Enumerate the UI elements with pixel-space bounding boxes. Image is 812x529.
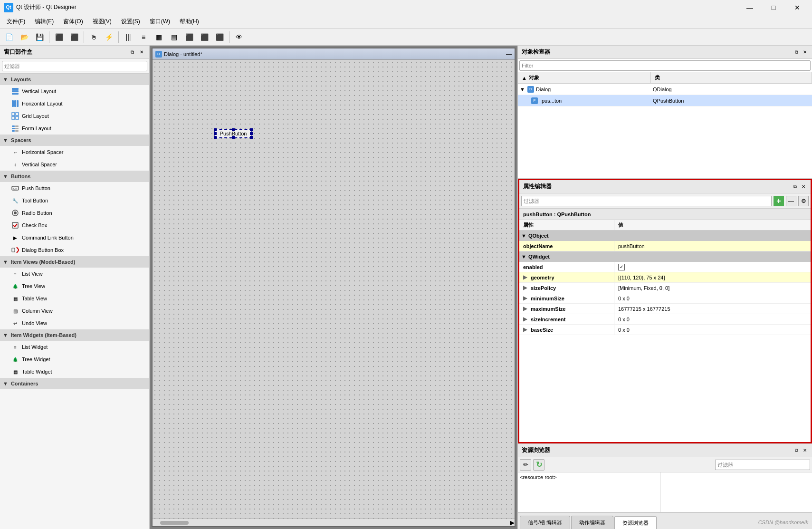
widget-list-widget[interactable]: ≡ List Widget <box>0 341 149 353</box>
resource-browser-float[interactable]: ⧉ <box>793 447 800 454</box>
property-editor-float[interactable]: ⧉ <box>792 183 798 190</box>
widget-check-box[interactable]: Check Box <box>0 219 149 231</box>
minimumsize-expand[interactable]: ▶ <box>523 295 529 301</box>
tab-action-editor[interactable]: 动作编辑器 <box>571 516 613 529</box>
designer-scroll-right[interactable]: ▶ <box>510 519 515 526</box>
widget-grid-layout[interactable]: Grid Layout <box>0 110 149 122</box>
tree-row-dialog[interactable]: ▼ D Dialog QDialog <box>518 84 812 95</box>
toolbar-undo[interactable]: ⬛ <box>52 30 66 44</box>
widget-box-float[interactable]: ⧉ <box>128 48 136 56</box>
widget-table-widget[interactable]: ▦ Table Widget <box>0 365 149 378</box>
toolbar-layout-h[interactable]: ||| <box>121 30 135 44</box>
widget-push-button[interactable]: OK Push Button <box>0 182 149 194</box>
category-containers[interactable]: ▼ Containers <box>0 378 149 389</box>
minimize-button[interactable]: — <box>739 0 761 15</box>
widget-box-filter-input[interactable] <box>2 61 147 71</box>
prop-row-geometry[interactable]: ▶ geometry [(110, 120), 75 x 24] <box>519 272 811 283</box>
designer-scrollbar-thumb[interactable] <box>160 521 189 525</box>
prop-row-sizeincrement[interactable]: ▶ sizeIncrement 0 x 0 <box>519 314 811 325</box>
menu-form[interactable]: 窗体(O) <box>58 16 87 28</box>
toolbar-widget-mode[interactable]: 🖱 <box>86 30 101 44</box>
category-buttons[interactable]: ▼ Buttons <box>0 171 149 182</box>
property-editor-close[interactable]: ✕ <box>800 183 807 190</box>
resize-handle-bl[interactable] <box>214 136 217 139</box>
widget-dialog-button-box[interactable]: Dialog Button Box <box>0 244 149 256</box>
resize-handle-tl[interactable] <box>214 128 217 131</box>
prop-row-enabled[interactable]: enabled ✓ <box>519 262 811 272</box>
enabled-checkbox[interactable]: ✓ <box>618 264 625 270</box>
toolbar-signal-mode[interactable]: ⚡ <box>102 30 116 44</box>
resize-handle-ml[interactable] <box>214 132 217 135</box>
widget-horizontal-layout[interactable]: Horizontal Layout <box>0 97 149 110</box>
widget-table-view[interactable]: ▦ Table View <box>0 292 149 305</box>
menu-edit[interactable]: 编辑(E) <box>30 16 58 28</box>
push-button-on-canvas[interactable]: PushButton <box>214 129 252 138</box>
widget-horizontal-spacer[interactable]: ↔ Horizontal Spacer <box>0 146 149 158</box>
resize-handle-mr[interactable] <box>250 132 253 135</box>
widget-tree-view[interactable]: 🌲 Tree View <box>0 280 149 292</box>
menu-settings[interactable]: 设置(S) <box>116 16 145 28</box>
toolbar-new[interactable]: 📄 <box>2 30 16 44</box>
prop-val-objectname[interactable]: pushButton <box>614 241 811 251</box>
sizepolicy-expand[interactable]: ▶ <box>523 285 529 291</box>
prop-val-enabled[interactable]: ✓ <box>614 262 811 272</box>
prop-add-btn[interactable]: + <box>774 196 784 206</box>
widget-undo-view[interactable]: ↩ Undo View <box>0 317 149 329</box>
prop-row-objectname[interactable]: objectName pushButton <box>519 241 811 251</box>
toolbar-open[interactable]: 📂 <box>17 30 31 44</box>
widget-tree-widget[interactable]: 🌲 Tree Widget <box>0 353 149 365</box>
category-spacers[interactable]: ▼ Spacers <box>0 135 149 146</box>
widget-box-close[interactable]: ✕ <box>138 48 145 56</box>
res-edit-btn[interactable]: ✏ <box>520 459 531 471</box>
object-inspector-filter[interactable] <box>519 60 811 71</box>
widget-vertical-layout[interactable]: Vertical Layout <box>0 85 149 97</box>
resize-handle-bm[interactable] <box>232 136 235 139</box>
tree-row-pushbutton[interactable]: P pus...ton QPushButton <box>518 95 812 106</box>
menu-window[interactable]: 窗口(W) <box>145 16 175 28</box>
toolbar-break-layout[interactable]: ⬛ <box>212 30 227 44</box>
toolbar-redo[interactable]: ⬛ <box>67 30 81 44</box>
toolbar-layout-grid[interactable]: ▦ <box>152 30 166 44</box>
designer-scrollbar-h[interactable]: ▶ <box>153 519 515 526</box>
toolbar-save[interactable]: 💾 <box>32 30 47 44</box>
widget-command-link-button[interactable]: ▶ Command Link Button <box>0 231 149 244</box>
widget-list-view[interactable]: ≡ List View <box>0 268 149 280</box>
designer-canvas[interactable]: PushButton <box>153 60 515 519</box>
widget-vertical-spacer[interactable]: ↕ Vertical Spacer <box>0 158 149 171</box>
resize-handle-tm[interactable] <box>232 128 235 131</box>
resize-handle-tr[interactable] <box>250 128 253 131</box>
object-inspector-float[interactable]: ⧉ <box>793 49 800 56</box>
geometry-expand[interactable]: ▶ <box>523 274 529 280</box>
category-item-widgets[interactable]: ▼ Item Widgets (Item-Based) <box>0 329 149 341</box>
maximumsize-expand[interactable]: ▶ <box>523 306 529 312</box>
tab-signal-slot[interactable]: 信号/槽 编辑器 <box>520 516 570 529</box>
prop-group-qwidget[interactable]: ▼ QWidget <box>519 251 811 262</box>
toolbar-layout-v[interactable]: ≡ <box>136 30 151 44</box>
prop-sort-btn[interactable]: ⚙ <box>798 196 809 206</box>
close-button[interactable]: ✕ <box>786 0 808 15</box>
prop-row-maximumsize[interactable]: ▶ maximumSize 16777215 x 16777215 <box>519 304 811 314</box>
toolbar-layout-splitter-h[interactable]: ⬛ <box>182 30 196 44</box>
menu-view[interactable]: 视图(V) <box>88 16 116 28</box>
prop-row-sizepolicy[interactable]: ▶ sizePolicy [Minimum, Fixed, 0, 0] <box>519 283 811 293</box>
res-refresh-btn[interactable]: ↻ <box>533 459 545 471</box>
toolbar-layout-form[interactable]: ▤ <box>167 30 181 44</box>
prop-remove-btn[interactable]: — <box>786 196 796 206</box>
prop-group-qobject[interactable]: ▼ QObject <box>519 231 811 241</box>
prop-filter-input[interactable] <box>521 196 772 206</box>
widget-tool-button[interactable]: 🔧 Tool Button <box>0 194 149 207</box>
resize-handle-br[interactable] <box>250 136 253 139</box>
resource-browser-close[interactable]: ✕ <box>802 447 808 454</box>
prop-row-basesize[interactable]: ▶ baseSize 0 x 0 <box>519 325 811 335</box>
sizeincrement-expand[interactable]: ▶ <box>523 316 529 322</box>
menu-file[interactable]: 文件(F) <box>2 16 30 28</box>
widget-radio-button[interactable]: Radio Button <box>0 207 149 219</box>
object-inspector-close[interactable]: ✕ <box>802 49 808 56</box>
maximize-button[interactable]: □ <box>763 0 784 15</box>
toolbar-layout-splitter-v[interactable]: ⬛ <box>197 30 211 44</box>
dialog-expand[interactable]: ▼ <box>520 87 525 92</box>
category-item-views[interactable]: ▼ Item Views (Model-Based) <box>0 256 149 268</box>
category-layouts[interactable]: ▼ Layouts <box>0 74 149 85</box>
widget-column-view[interactable]: ▧ Column View <box>0 305 149 317</box>
toolbar-preview[interactable]: 👁 <box>232 30 246 44</box>
